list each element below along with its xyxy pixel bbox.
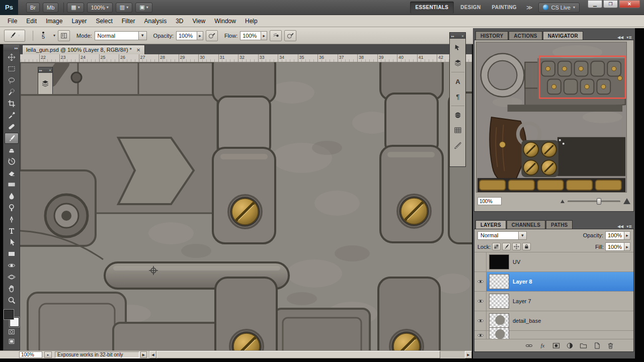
layer-row-main[interactable]: Layer 8 [487, 272, 633, 291]
rectangle-tool[interactable] [5, 248, 19, 259]
clone-source-panel-icon[interactable] [451, 42, 464, 54]
layer-thumbnail[interactable] [489, 294, 509, 309]
layer-visibility-toggle[interactable] [474, 292, 487, 311]
photoshop-logo[interactable]: Ps [0, 0, 18, 15]
lock-paint-button[interactable] [502, 243, 511, 250]
status-options-icon[interactable]: ▸ [44, 351, 52, 358]
horizontal-type-tool[interactable] [5, 225, 19, 236]
document-tab[interactable]: leila_gun.psd @ 100% (Layer 8, RGB/8#) *… [22, 45, 145, 54]
pen-tool[interactable] [5, 214, 19, 225]
launch-mini-bridge-button[interactable]: Mb [43, 3, 58, 13]
history-brush-tool[interactable] [5, 156, 19, 167]
status-menu-arrow[interactable]: ▶ [140, 351, 147, 358]
add-layer-mask-button[interactable] [552, 341, 560, 349]
layer-thumbnail[interactable] [489, 313, 509, 328]
layer-row-main[interactable]: Layer 7 [487, 292, 633, 311]
tab-close-icon[interactable]: ✕ [136, 47, 141, 53]
hand-tool[interactable] [5, 283, 19, 294]
layer-opacity-field[interactable]: 100% ▸ [605, 231, 630, 240]
close-button[interactable]: ✕ [619, 0, 640, 8]
layer-row[interactable]: Layer 8 [474, 272, 633, 292]
horizontal-scrollbar[interactable]: ◀ ▶ [149, 351, 472, 358]
layer-visibility-toggle[interactable] [474, 331, 487, 339]
dodge-tool[interactable] [5, 202, 19, 213]
menu-help[interactable]: Help [240, 15, 262, 27]
3d-camera-rotate-tool[interactable] [5, 272, 19, 283]
workspace-essentials[interactable]: ESSENTIALS [410, 2, 454, 14]
minimize-button[interactable]: ▁ [588, 0, 602, 8]
menu-window[interactable]: Window [210, 15, 240, 27]
tool-preset-picker[interactable]: ▾ [4, 30, 25, 42]
cs-live-button[interactable]: CS Live▾ [538, 3, 580, 13]
collapse-panels-icon[interactable]: ◀◀ [617, 35, 623, 40]
new-adjustment-layer-button[interactable] [566, 341, 574, 349]
airbrush-toggle-button[interactable] [270, 30, 282, 41]
screen-mode-toggle[interactable] [5, 337, 19, 346]
view-extras-button[interactable]: ▦▾ [67, 3, 84, 13]
navigator-tab-navigator[interactable]: NAVIGATOR [543, 31, 583, 40]
gradient-tool[interactable] [5, 179, 19, 190]
status-zoom-field[interactable]: 100% [19, 351, 42, 358]
paragraph-panel-icon[interactable]: ¶ [451, 90, 464, 103]
restore-button[interactable]: ❐ [603, 0, 618, 8]
scroll-right-button[interactable]: ▶ [465, 351, 472, 358]
brush-preset-picker[interactable]: 5 [36, 32, 51, 39]
layer-row[interactable] [474, 331, 633, 339]
eyedropper-tool[interactable] [5, 110, 19, 121]
layer-thumbnail[interactable] [489, 274, 509, 289]
brush-tool[interactable] [5, 133, 19, 144]
tablet-pressure-size-button[interactable] [284, 30, 296, 41]
panel-menu-icon[interactable]: ▾≣ [626, 224, 632, 229]
zoom-level-button[interactable]: 100%▾ [87, 3, 113, 13]
lock-position-button[interactable] [512, 243, 521, 250]
panel-menu-icon[interactable]: ▾≣ [626, 35, 632, 40]
new-group-button[interactable] [579, 341, 588, 349]
toggle-brush-panel-button[interactable] [58, 30, 70, 41]
layer-row-main[interactable] [487, 331, 633, 339]
scroll-left-button[interactable]: ◀ [149, 351, 156, 358]
scrollbar-thumb[interactable] [156, 351, 440, 358]
crop-tool[interactable] [5, 98, 19, 109]
zoom-in-icon[interactable] [623, 198, 630, 204]
layer-row-main[interactable]: UV [487, 252, 633, 272]
new-layer-button[interactable] [593, 341, 601, 349]
navigator-tab-history[interactable]: HISTORY [475, 31, 508, 40]
tools-panel-collapse-button[interactable]: ▸▸ [4, 45, 20, 51]
measurement-log-panel-icon[interactable] [451, 139, 464, 151]
lock-all-button[interactable] [522, 243, 531, 250]
quick-mask-button[interactable] [5, 327, 19, 336]
layers-tab-layers[interactable]: LAYERS [475, 220, 506, 229]
blend-mode-select[interactable]: Normal▼ [95, 31, 147, 40]
blur-tool[interactable] [5, 191, 19, 202]
menu-layer[interactable]: Layer [67, 15, 91, 27]
launch-bridge-button[interactable]: Br [26, 3, 40, 13]
spot-healing-brush-tool[interactable] [5, 121, 19, 132]
eraser-tool[interactable] [5, 167, 19, 178]
layer-visibility-toggle[interactable] [474, 272, 487, 291]
menu-file[interactable]: File [3, 15, 22, 27]
move-tool[interactable] [5, 52, 19, 63]
flow-field[interactable]: 100%▸ [240, 31, 267, 40]
close-icon[interactable]: ✕ [49, 68, 51, 72]
menu-edit[interactable]: Edit [22, 15, 41, 27]
menu-filter[interactable]: Filter [117, 15, 140, 27]
screen-mode-button[interactable]: ▣▾ [135, 3, 152, 13]
close-icon[interactable]: ✕ [461, 34, 464, 38]
quick-selection-tool[interactable] [5, 86, 19, 98]
path-selection-tool[interactable] [5, 237, 19, 248]
collapse-panels-icon[interactable]: ◀◀ [617, 224, 623, 229]
menu-3d[interactable]: 3D [171, 15, 188, 27]
menu-view[interactable]: View [188, 15, 210, 27]
layer-fill-field[interactable]: 100% ▸ [605, 242, 630, 251]
link-layers-button[interactable] [525, 341, 533, 349]
layer-visibility-toggle[interactable] [474, 252, 487, 272]
layer-visibility-toggle[interactable] [474, 311, 487, 330]
zoom-tool[interactable] [5, 295, 19, 306]
zoom-slider-thumb[interactable] [597, 198, 601, 205]
delete-layer-button[interactable] [606, 341, 615, 349]
layer-blend-mode-select[interactable]: Normal ▼ [477, 231, 527, 240]
foreground-color-swatch[interactable] [4, 310, 14, 319]
layer-style-button[interactable]: fx [538, 341, 547, 349]
horizontal-ruler[interactable]: 2223242526272829303132333435363738394041… [20, 54, 472, 62]
navigator-zoom-slider[interactable] [568, 201, 620, 202]
